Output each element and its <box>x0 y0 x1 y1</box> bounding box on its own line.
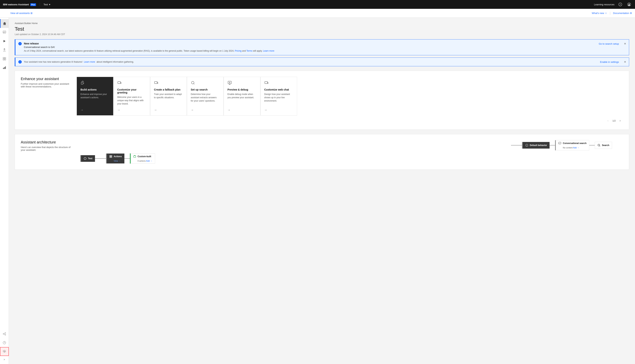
enable-in-settings-link[interactable]: Enable in settings <box>600 60 619 63</box>
card-icon-build-actions <box>81 80 110 86</box>
svg-rect-14 <box>5 66 6 69</box>
node-default-behavior-label: Default behavior <box>530 144 547 146</box>
view-all-assistants-link[interactable]: View all assistants ⊞ <box>10 12 33 14</box>
card-title-preview-debug: Preview & debug <box>228 88 257 91</box>
pagination-next-button[interactable]: › <box>617 118 623 124</box>
svg-text:?: ? <box>620 4 621 5</box>
star-icon: ☆ <box>605 12 607 14</box>
banner2-learn-more-link[interactable]: Learn more <box>84 60 95 63</box>
card-setup-search[interactable]: Set up search Determine how your assista… <box>187 77 224 116</box>
watsonx-features-banner: i Your assistant now has new watsonx gen… <box>15 58 629 66</box>
card-build-actions[interactable]: Build actions Enhance and improve your a… <box>77 77 113 116</box>
node-conv-search-title: Conversational search <box>563 142 586 144</box>
project-selector[interactable]: Test ▾ <box>44 3 50 6</box>
pagination-prev-button[interactable]: ‹ <box>605 118 611 124</box>
grid-icon: ⊞ <box>31 12 33 14</box>
banner2-body: Your assistant now has new watsonx gener… <box>24 60 598 64</box>
actions-view-link[interactable]: View → <box>114 160 121 162</box>
help-button[interactable]: ? <box>617 2 623 7</box>
card-desc-fallback-plan: Train your assistant to adapt to specifi… <box>154 92 183 106</box>
sidebar-item-play[interactable] <box>0 37 9 46</box>
pricing-link[interactable]: Pricing <box>235 50 242 52</box>
node-conversational-search[interactable]: Conversational search No content Add → <box>555 140 589 150</box>
banner-body: As of 3 May 2024, conversational search,… <box>24 49 596 52</box>
sub-nav-left: View all assistants ⊞ <box>10 12 33 14</box>
sidebar-item-settings[interactable] <box>0 347 9 356</box>
conv-search-add-link[interactable]: Add → <box>573 146 579 149</box>
node-conv-search-sub: No content Add → <box>558 146 579 149</box>
connector-5 <box>124 158 130 159</box>
card-customize-greeting[interactable]: Customize your greeting Welcome your use… <box>113 77 150 116</box>
svg-rect-33 <box>110 157 111 158</box>
enhance-cards-row: Build actions Enhance and improve your a… <box>77 77 623 116</box>
architecture-desc: Here's an overview that depicts the stru… <box>21 146 72 151</box>
settings-icon: ⚙ <box>630 12 632 14</box>
node-actions-header: Actions <box>109 155 122 158</box>
card-icon-customize-greeting <box>117 80 146 86</box>
card-arrow-build-actions: → <box>81 108 110 112</box>
banner-subtitle: Conversational search is GA! <box>24 46 596 48</box>
node-custom-built-sub: 0 actions Add → <box>133 160 152 162</box>
sidebar-item-chart[interactable] <box>0 63 9 72</box>
arch-bottom-row: Test Actions View → <box>77 153 623 164</box>
svg-rect-10 <box>3 59 4 60</box>
node-custom-built-title: Custom-built <box>138 155 151 158</box>
banner-learn-more-link[interactable]: Learn more <box>263 50 274 52</box>
node-actions[interactable]: Actions View → <box>106 154 124 164</box>
enhance-section-left: Enhance your assistant Further improve a… <box>21 77 72 116</box>
svg-rect-34 <box>111 157 112 158</box>
card-fallback-plan[interactable]: Create a fallback plan Train your assist… <box>150 77 187 116</box>
banner-close-button[interactable]: × <box>624 42 626 45</box>
svg-line-19 <box>4 334 5 334</box>
top-nav-right: Learning resources ? <box>594 2 632 7</box>
svg-marker-7 <box>4 40 6 42</box>
svg-point-16 <box>5 332 6 334</box>
enhance-desc: Further improve and customize your assis… <box>21 82 72 88</box>
terms-link[interactable]: Terms <box>246 50 252 52</box>
sidebar-item-upload[interactable] <box>0 46 9 54</box>
node-default-behavior[interactable]: Default behavior <box>522 142 549 148</box>
sidebar-item-history[interactable] <box>0 338 9 347</box>
svg-point-15 <box>3 334 4 334</box>
arch-top-row: Default behavior Conversational search N… <box>77 140 623 150</box>
banner2-close-button[interactable]: × <box>624 60 626 64</box>
card-icon-preview-debug <box>228 80 257 86</box>
sidebar-expand-button[interactable]: > <box>0 357 9 362</box>
card-preview-debug[interactable]: Preview & debug Enable debug mode when y… <box>224 77 260 116</box>
connector-2 <box>549 145 555 146</box>
node-custom-built[interactable]: Custom-built 0 actions Add → <box>130 153 155 164</box>
svg-point-21 <box>4 351 5 352</box>
svg-rect-8 <box>3 58 4 58</box>
node-test[interactable]: Test <box>80 155 95 162</box>
enhance-title: Enhance your assistant <box>21 77 72 81</box>
enhance-section: Enhance your assistant Further improve a… <box>15 71 629 130</box>
banner2-info-icon: i <box>18 60 22 64</box>
whats-new-link[interactable]: What's new ☆ <box>592 12 607 14</box>
node-search[interactable]: Search <box>595 142 612 149</box>
card-customize-webchat[interactable]: Customize web chat Design how your assis… <box>260 77 297 116</box>
sidebar-item-integrations[interactable] <box>0 330 9 338</box>
card-desc-customize-greeting: Welcome your users in a unique way that … <box>117 96 146 106</box>
sidebar-item-home[interactable] <box>0 19 9 28</box>
documentation-link[interactable]: Documentation ⚙ <box>613 12 632 14</box>
pagination-label: 1/2 <box>612 119 616 122</box>
go-to-search-setup-link[interactable]: Go to search setup <box>599 42 619 45</box>
svg-point-3 <box>629 4 630 4</box>
architecture-section-left: Assistant architecture Here's an overvie… <box>21 140 72 151</box>
sidebar-item-grid[interactable] <box>0 54 9 63</box>
custom-built-add-link[interactable]: Add → <box>146 160 152 162</box>
banner2-content: Your assistant now has new watsonx gener… <box>24 60 598 64</box>
sidebar-item-chat[interactable] <box>0 28 9 37</box>
svg-rect-12 <box>3 68 4 69</box>
banner2-right-actions: Enable in settings × <box>600 60 626 64</box>
card-title-customize-greeting: Customize your greeting <box>117 88 146 94</box>
architecture-title: Assistant architecture <box>21 140 72 144</box>
svg-rect-31 <box>110 155 111 156</box>
learning-resources-link[interactable]: Learning resources <box>594 3 614 6</box>
user-profile-button[interactable] <box>626 2 632 7</box>
connector-3 <box>589 145 595 146</box>
svg-point-25 <box>192 81 194 84</box>
subnav-divider <box>610 12 610 15</box>
card-arrow-fallback-plan: → <box>154 108 183 112</box>
svg-rect-24 <box>155 82 157 84</box>
